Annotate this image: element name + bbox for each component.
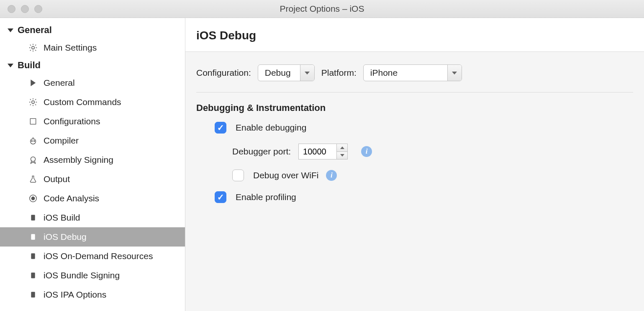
device-icon bbox=[28, 212, 38, 223]
page-header: iOS Debug bbox=[185, 18, 644, 52]
sidebar-item-assembly-signing[interactable]: Assembly Signing bbox=[0, 150, 185, 170]
chevron-down-icon bbox=[340, 154, 344, 157]
step-down-button[interactable] bbox=[337, 152, 347, 159]
dropdown-button[interactable] bbox=[447, 65, 462, 81]
sidebar-item-ios-on-demand-resources[interactable]: iOS On-Demand Resources bbox=[0, 247, 185, 266]
chevron-down-icon bbox=[8, 28, 13, 32]
svg-point-1 bbox=[32, 101, 34, 103]
sidebar-item-custom-commands[interactable]: Custom Commands bbox=[0, 93, 185, 112]
close-window-button[interactable] bbox=[8, 5, 15, 13]
platform-label: Platform: bbox=[321, 68, 357, 78]
zoom-window-button[interactable] bbox=[34, 5, 42, 13]
sidebar-item-label: iOS On-Demand Resources bbox=[44, 251, 153, 261]
dropdown-value: Debug bbox=[258, 65, 300, 81]
svg-point-4 bbox=[31, 141, 32, 141]
robot-icon bbox=[28, 135, 38, 146]
target-icon bbox=[28, 193, 38, 204]
svg-point-16 bbox=[33, 277, 33, 278]
enable-profiling-label: Enable profiling bbox=[236, 192, 296, 202]
debugger-port-stepper bbox=[336, 144, 347, 159]
page-title: iOS Debug bbox=[196, 29, 644, 42]
debug-over-wifi-label: Debug over WiFi bbox=[253, 170, 318, 180]
sidebar-item-build-general[interactable]: General bbox=[0, 73, 185, 93]
sidebar: General Main Settings Build General Cust… bbox=[0, 18, 185, 311]
svg-point-18 bbox=[33, 296, 33, 297]
sidebar-item-ios-bundle-signing[interactable]: iOS Bundle Signing bbox=[0, 266, 185, 285]
sidebar-item-output[interactable]: Output bbox=[0, 170, 185, 189]
sidebar-item-label: iOS Debug bbox=[44, 232, 87, 242]
svg-point-6 bbox=[31, 157, 36, 162]
step-up-button[interactable] bbox=[337, 144, 347, 152]
dropdown-button[interactable] bbox=[300, 65, 314, 81]
group-label: General bbox=[18, 25, 52, 36]
sidebar-item-ios-debug[interactable]: iOS Debug bbox=[0, 227, 185, 247]
titlebar: Project Options – iOS bbox=[0, 0, 644, 18]
gear-icon bbox=[28, 42, 38, 53]
group-label: Build bbox=[18, 60, 41, 71]
chevron-down-icon bbox=[305, 72, 310, 75]
square-icon bbox=[28, 116, 38, 127]
sidebar-item-label: General bbox=[44, 78, 75, 88]
enable-debugging-checkbox[interactable]: ✓ bbox=[215, 122, 226, 134]
sidebar-item-ios-build[interactable]: iOS Build bbox=[0, 208, 185, 227]
svg-point-8 bbox=[31, 197, 34, 200]
svg-point-3 bbox=[31, 139, 36, 144]
page-body: Configuration: Debug Platform: iPhone De… bbox=[185, 52, 644, 311]
info-icon[interactable]: i bbox=[361, 146, 372, 157]
enable-profiling-checkbox[interactable]: ✓ bbox=[215, 191, 226, 203]
main-panel: iOS Debug Configuration: Debug Platform:… bbox=[185, 18, 644, 311]
svg-point-0 bbox=[32, 46, 34, 49]
sidebar-item-label: iOS IPA Options bbox=[44, 290, 106, 300]
svg-rect-2 bbox=[30, 118, 36, 124]
gear-icon bbox=[28, 97, 38, 108]
chevron-down-icon bbox=[452, 72, 457, 75]
sidebar-item-label: Assembly Signing bbox=[44, 155, 113, 165]
enable-profiling-row: ✓ Enable profiling bbox=[196, 191, 633, 203]
debug-over-wifi-row: Debug over WiFi i bbox=[196, 170, 633, 181]
sidebar-item-label: iOS Build bbox=[44, 213, 80, 223]
sidebar-item-label: Output bbox=[44, 174, 70, 184]
enable-debugging-label: Enable debugging bbox=[236, 123, 306, 133]
debugger-port-label: Debugger port: bbox=[232, 147, 291, 157]
platform-dropdown[interactable]: iPhone bbox=[363, 64, 462, 81]
debugger-port-row: Debugger port: i bbox=[196, 144, 633, 159]
sidebar-item-code-analysis[interactable]: Code Analysis bbox=[0, 189, 185, 208]
svg-point-5 bbox=[34, 141, 35, 141]
sidebar-item-main-settings[interactable]: Main Settings bbox=[0, 38, 185, 57]
sidebar-item-label: Configurations bbox=[44, 116, 100, 126]
sidebar-item-label: Code Analysis bbox=[44, 193, 99, 203]
badge-icon bbox=[28, 154, 38, 165]
sidebar-group-general[interactable]: General bbox=[0, 22, 185, 38]
sidebar-item-label: iOS Bundle Signing bbox=[44, 270, 120, 280]
device-icon bbox=[28, 231, 38, 242]
info-icon[interactable]: i bbox=[326, 170, 337, 181]
sidebar-item-configurations[interactable]: Configurations bbox=[0, 112, 185, 131]
svg-point-14 bbox=[33, 258, 33, 258]
configuration-dropdown[interactable]: Debug bbox=[258, 64, 315, 81]
device-icon bbox=[28, 270, 38, 281]
chevron-up-icon bbox=[340, 147, 344, 149]
sidebar-item-ios-ipa-options[interactable]: iOS IPA Options bbox=[0, 285, 185, 304]
debugger-port-input[interactable] bbox=[299, 144, 336, 159]
section-title: Debugging & Instrumentation bbox=[196, 103, 633, 113]
svg-point-12 bbox=[33, 239, 33, 239]
sidebar-item-label: Main Settings bbox=[44, 43, 97, 53]
configuration-label: Configuration: bbox=[196, 68, 251, 78]
window-controls bbox=[8, 5, 42, 13]
check-icon: ✓ bbox=[217, 123, 224, 133]
enable-debugging-row: ✓ Enable debugging bbox=[196, 122, 633, 134]
sidebar-group-build[interactable]: Build bbox=[0, 57, 185, 73]
device-icon bbox=[28, 251, 38, 262]
play-icon bbox=[28, 77, 38, 88]
sidebar-item-label: Custom Commands bbox=[44, 97, 121, 107]
config-row: Configuration: Debug Platform: iPhone bbox=[196, 64, 633, 93]
svg-point-10 bbox=[33, 219, 33, 220]
device-icon bbox=[28, 289, 38, 300]
check-icon: ✓ bbox=[217, 192, 224, 202]
window-title: Project Options – iOS bbox=[280, 4, 364, 14]
debug-over-wifi-checkbox[interactable] bbox=[232, 170, 244, 181]
flask-icon bbox=[28, 174, 38, 185]
minimize-window-button[interactable] bbox=[21, 5, 29, 13]
sidebar-item-compiler[interactable]: Compiler bbox=[0, 131, 185, 150]
dropdown-value: iPhone bbox=[364, 65, 447, 81]
